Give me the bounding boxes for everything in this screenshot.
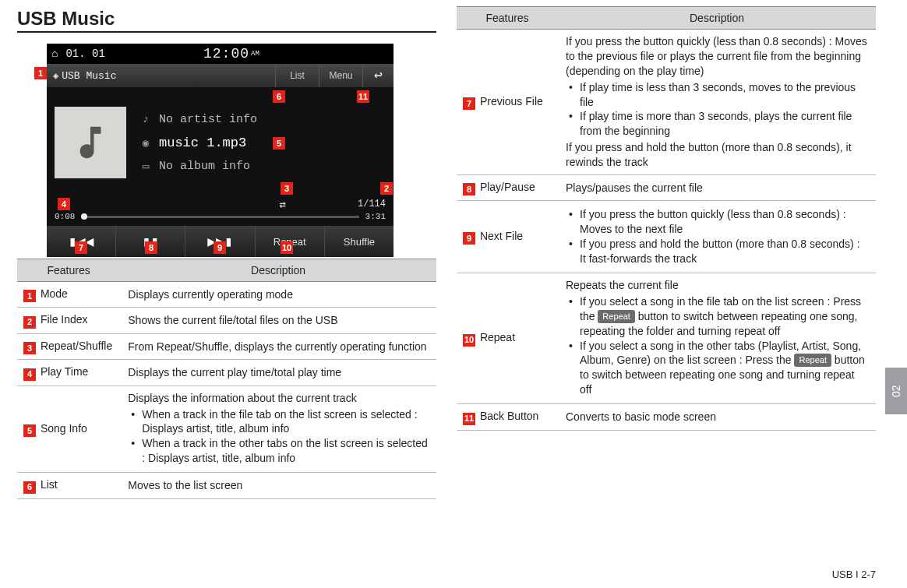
feature-name-cell: 10 Repeat	[457, 273, 558, 404]
table-row: 9 Next FileIf you press the button quick…	[457, 201, 876, 273]
feature-name-cell: 4 Play Time	[17, 360, 120, 386]
marker-1: 1	[34, 67, 47, 79]
device-screenshot: ⌂ 01. 01 12:00 AM ◈ USB Music List Menu …	[47, 44, 394, 248]
marker-5: 5	[273, 137, 285, 150]
table-row: 3 Repeat/ShuffleFrom Repeat/Shuffle, dis…	[17, 333, 436, 359]
status-bar: ⌂ 01. 01 12:00 AM	[47, 44, 394, 64]
feature-description: Plays/pauses the current file	[558, 175, 876, 201]
file-index: 1/114	[358, 199, 386, 209]
feature-number: 6	[23, 481, 36, 494]
feature-description: Displays currently operating mode	[120, 282, 436, 308]
feature-description: Converts to basic mode screen	[558, 404, 876, 430]
feature-description: From Repeat/Shuffle, displays the curren…	[120, 333, 436, 359]
th-description: Description	[120, 259, 436, 282]
title-rule	[17, 31, 436, 33]
marker-3: 3	[281, 182, 293, 195]
app-title: USB Music	[62, 70, 116, 82]
marker-4: 4	[58, 198, 70, 210]
feature-description: Shows the current file/total files on th…	[120, 308, 436, 333]
th-description-r: Description	[558, 7, 876, 30]
marker-7: 7	[75, 241, 87, 254]
feature-description: Displays the information about the curre…	[120, 386, 436, 472]
feature-number: 2	[23, 316, 36, 329]
feature-name-cell: 11 Back Button	[457, 404, 558, 430]
repeat-pill: Repeat	[598, 310, 634, 323]
now-playing-area: ♪No artist info ◉music 1.mp3 ▭No album i…	[47, 87, 394, 198]
status-ampm: AM	[251, 50, 259, 58]
song-text: music 1.mp3	[159, 136, 246, 150]
table-row: 1 ModeDisplays currently operating mode	[17, 282, 436, 308]
status-time: 12:00	[203, 46, 249, 62]
artist-text: No artist info	[159, 113, 257, 126]
table-row: 7 Previous FileIf you press the button q…	[457, 30, 876, 175]
menu-button[interactable]: Menu	[319, 64, 362, 87]
feature-name-cell: 9 Next File	[457, 201, 558, 273]
feature-number: 4	[23, 368, 36, 381]
table-row: 11 Back ButtonConverts to basic mode scr…	[457, 404, 876, 430]
time-current: 0:08	[55, 212, 75, 221]
time-total: 3:31	[365, 212, 386, 221]
album-art-placeholder	[55, 107, 126, 178]
marker-6: 6	[273, 90, 285, 103]
list-button[interactable]: List	[275, 64, 319, 87]
feature-name-cell: 7 Previous File	[457, 30, 558, 175]
feature-number: 3	[23, 342, 36, 354]
progress-bar[interactable]	[81, 216, 358, 218]
app-bar: ◈ USB Music List Menu ↩	[47, 64, 394, 87]
features-table-right: Features Description 7 Previous FileIf y…	[457, 6, 876, 431]
marker-10: 10	[281, 241, 293, 254]
table-row: 5 Song InfoDisplays the information abou…	[17, 386, 436, 472]
feature-description: If you press the button quickly (less th…	[558, 201, 876, 273]
feature-number: 10	[463, 334, 475, 347]
table-row: 6 ListMoves to the list screen	[17, 473, 436, 498]
page-title: USB Music	[17, 8, 436, 30]
feature-number: 8	[463, 183, 475, 195]
feature-name-cell: 2 File Index	[17, 308, 120, 333]
feature-number: 9	[463, 232, 475, 245]
artist-icon: ♪	[139, 113, 153, 125]
table-row: 10 RepeatRepeats the current fileIf you …	[457, 273, 876, 404]
table-row: 4 Play TimeDisplays the current play tim…	[17, 360, 436, 386]
feature-description: Repeats the current fileIf you select a …	[558, 273, 876, 404]
feature-name-cell: 8 Play/Pause	[457, 175, 558, 201]
album-icon: ▭	[139, 160, 153, 173]
shuffle-button[interactable]: Shuffle	[325, 226, 394, 257]
feature-name-cell: 5 Song Info	[17, 386, 120, 472]
marker-8: 8	[145, 241, 157, 254]
features-table-left: Features Description 1 ModeDisplays curr…	[17, 259, 436, 499]
progress-row: 0:08 3:31	[47, 210, 394, 221]
table-row: 2 File IndexShows the current file/total…	[17, 308, 436, 333]
feature-number: 7	[463, 97, 475, 110]
back-button[interactable]: ↩	[362, 64, 394, 87]
marker-11: 11	[357, 90, 369, 103]
repeat-pill: Repeat	[794, 354, 831, 367]
feature-number: 5	[23, 424, 36, 437]
feature-description: Displays the current play time/total pla…	[120, 360, 436, 386]
feature-name-cell: 3 Repeat/Shuffle	[17, 333, 120, 359]
feature-description: Moves to the list screen	[120, 473, 436, 498]
th-features: Features	[17, 259, 120, 282]
marker-2: 2	[380, 182, 393, 195]
marker-9: 9	[214, 241, 226, 254]
page-footer: USB I 2-7	[832, 569, 876, 580]
feature-number: 11	[463, 413, 475, 425]
feature-name-cell: 6 List	[17, 473, 120, 498]
album-text: No album info	[159, 160, 250, 173]
chapter-tab: 02	[885, 368, 907, 414]
feature-number: 1	[23, 290, 36, 302]
status-date: 01. 01	[65, 48, 104, 60]
feature-description: If you press the button quickly (less th…	[558, 30, 876, 175]
feature-name-cell: 1 Mode	[17, 282, 120, 308]
table-row: 8 Play/PausePlays/pauses the current fil…	[457, 175, 876, 201]
song-icon: ◉	[139, 136, 153, 150]
repeat-indicator-icon: ⇄	[280, 198, 286, 211]
home-icon: ⌂	[51, 48, 58, 60]
usb-icon: ◈	[53, 70, 58, 82]
th-features-r: Features	[457, 7, 558, 30]
